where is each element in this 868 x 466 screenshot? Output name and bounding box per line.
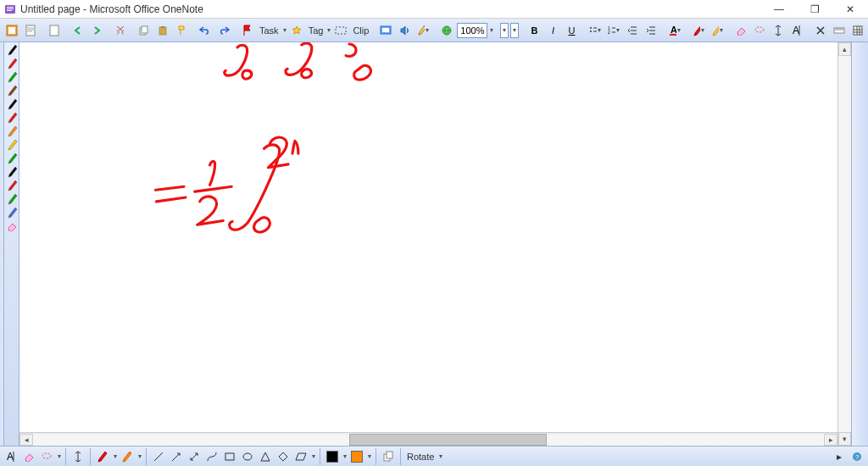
task-flag-icon[interactable] [239,21,256,40]
lasso-dropdown[interactable]: ▾ [57,452,61,460]
minimize-button[interactable]: — [765,1,793,18]
ellipse-tool-button[interactable] [240,449,255,464]
rect-tool-button[interactable] [222,449,237,464]
expand-toolbar-button[interactable]: ▸ [832,449,847,464]
fill-color-dropdown[interactable]: ▾ [367,452,371,460]
copy-button[interactable] [136,21,153,40]
size-combo[interactable]: ▾ [510,23,519,38]
pen-swatch-6[interactable] [6,125,18,137]
paste-button[interactable] [154,21,171,40]
scroll-down-button[interactable]: ▾ [838,432,851,446]
parallelogram-button[interactable] [293,449,309,464]
eraser-tool-button[interactable] [21,449,36,464]
rotate-label[interactable]: Rotate [405,452,436,462]
horizontal-scroll-track[interactable] [33,434,824,446]
back-button[interactable] [70,21,86,40]
pen-swatch-2[interactable] [6,71,18,83]
vertical-scroll-track[interactable] [838,56,851,432]
pen-orange-button[interactable] [120,449,135,464]
text-tool-button[interactable]: A [3,449,19,464]
table-button[interactable] [849,21,866,40]
pen-swatch-3[interactable] [6,85,18,97]
web-button[interactable] [438,21,455,40]
line-color-button[interactable] [325,449,340,464]
pen-swatch-7[interactable] [6,139,18,151]
tag-dropdown[interactable]: ▾ [326,26,331,34]
lasso-button[interactable] [751,21,768,40]
format-painter-button[interactable] [173,21,190,40]
double-arrow-button[interactable] [186,449,202,464]
pen-swatch-9[interactable] [6,166,18,178]
note-canvas[interactable] [19,42,837,432]
zoom-input[interactable]: 100% [457,23,487,38]
cut-button[interactable] [112,21,129,40]
pen-swatch-4[interactable] [6,98,18,110]
clip-icon[interactable] [332,21,349,40]
maximize-button[interactable]: ❐ [800,1,829,18]
bullets-button[interactable]: ▾ [587,21,604,40]
pen-red-dropdown[interactable]: ▾ [113,452,117,460]
audio-button[interactable] [396,21,413,40]
pen-panel-eraser[interactable] [6,220,18,232]
toolbar-options-button[interactable]: ? [849,449,865,464]
triangle-tool-button[interactable] [258,449,273,464]
page-setup-button[interactable] [22,21,39,40]
numbering-button[interactable]: 12▾ [605,21,622,40]
pen-swatch-1[interactable] [6,58,18,69]
pen-swatch-5[interactable] [6,112,18,124]
clip-label[interactable]: Clip [351,25,370,36]
horizontal-scrollbar[interactable]: ◂ ▸ [19,432,837,446]
lasso-tool-button[interactable] [39,449,54,464]
fill-color-button[interactable] [349,449,364,464]
new-page-button[interactable] [46,21,63,40]
highlighter-button[interactable]: ▾ [709,21,726,40]
diamond-tool-button[interactable] [275,449,291,464]
vertical-scrollbar[interactable]: ▴ ▾ [837,42,851,446]
pen-orange-dropdown[interactable]: ▾ [137,452,142,460]
pen-red-button[interactable] [95,449,110,464]
delete-button[interactable] [812,21,829,40]
tag-label[interactable]: Tag [307,25,326,36]
outdent-button[interactable] [624,21,641,40]
screen-clipping-button[interactable] [377,21,394,40]
pen-swatch-12[interactable] [6,207,18,219]
pen-swatch-10[interactable] [6,180,18,191]
pen-swatch-8[interactable] [6,153,18,164]
bold-button[interactable]: B [526,21,542,40]
duplicate-button[interactable] [381,449,396,464]
zoom-dropdown[interactable]: ▾ [489,26,493,34]
font-combo[interactable]: ▾ [500,23,509,38]
tag-star-icon[interactable] [288,21,305,40]
redo-button[interactable] [215,21,232,40]
eraser-button[interactable] [732,21,749,40]
horizontal-scroll-thumb[interactable] [349,434,547,446]
forward-button[interactable] [88,21,105,40]
line-tool-button[interactable] [151,449,166,464]
insert-space-button[interactable] [770,21,787,40]
text-cursor-button[interactable]: A [788,21,805,40]
full-page-button[interactable] [3,21,20,40]
line-color-dropdown[interactable]: ▾ [342,452,347,460]
page-tab-strip[interactable] [851,42,868,446]
task-label[interactable]: Task [258,25,281,36]
pen-swatch-11[interactable] [6,193,18,205]
scroll-left-button[interactable]: ◂ [19,434,33,446]
pen-toggle-button[interactable]: ▾ [415,21,431,40]
indent-button[interactable] [643,21,659,40]
rotate-dropdown[interactable]: ▾ [438,452,442,460]
ruler-button[interactable] [831,21,848,40]
italic-button[interactable]: I [544,21,561,40]
scroll-right-button[interactable]: ▸ [824,434,837,446]
font-color-button[interactable]: A▾ [666,21,683,40]
undo-button[interactable] [197,21,214,40]
curve-tool-button[interactable] [204,449,220,464]
scroll-up-button[interactable]: ▴ [838,42,851,56]
underline-button[interactable]: U [563,21,580,40]
pen-color-button[interactable]: ▾ [690,21,707,40]
shapes-dropdown[interactable]: ▾ [311,452,315,460]
arrow-tool-button[interactable] [169,449,184,464]
task-dropdown[interactable]: ▾ [282,26,287,34]
close-button[interactable]: ✕ [836,1,865,18]
space-tool-button[interactable] [70,449,86,464]
pen-swatch-0[interactable] [6,44,18,56]
